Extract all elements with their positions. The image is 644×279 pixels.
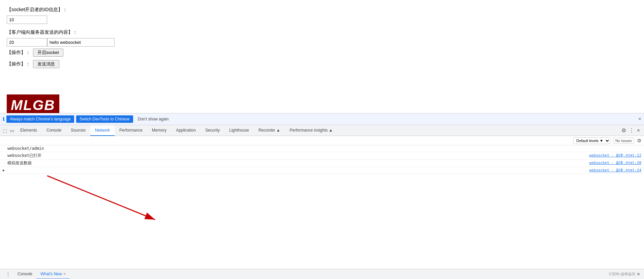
devtools-close-button[interactable]: × [637,128,640,134]
devtools-settings-button[interactable]: ⚙ [621,127,626,134]
tab-application[interactable]: Application [171,125,201,136]
tab-network[interactable]: Network [90,125,115,136]
tab-security[interactable]: Security [201,125,224,136]
device-toolbar-button[interactable]: ▭ [8,128,16,133]
tab-performance[interactable]: Performance [115,125,147,136]
open-socket-button[interactable]: 开启socket [33,49,63,57]
op1-label: 【操作】： [7,50,30,56]
tab-elements[interactable]: Elements [16,125,42,136]
match-language-button[interactable]: Always match Chrome's language [6,115,74,123]
language-info-bar: ℹ Always match Chrome's language Switch … [0,113,644,125]
client-server-label: 【客户端向服务器发送的内容】： [7,29,637,35]
console-content[interactable]: websocket/admin websocket已打开 websocket -… [0,145,644,269]
tab-recorder[interactable]: Recorder ▲ [254,125,285,136]
arrow-annotation [20,166,189,233]
console-row-4: ▶ websocket - 副本.html:24 [0,167,644,174]
console-row-3: 模拟发送数据 websocket - 副本.html:20 [0,160,644,167]
tab-performance-insights[interactable]: Performance insights ▲ [285,125,338,136]
devtools-tab-bar: ⬚ ▭ Elements Console Sources Network Per… [0,125,644,136]
switch-devtools-button[interactable]: Switch DevTools to Chinese [76,115,133,123]
source-link-4[interactable]: websocket - 副本.html:24 [589,168,641,173]
console-row-2: websocket已打开 websocket - 副本.html:12 [0,152,644,160]
client-msg-input[interactable] [47,38,115,47]
console-text-3: 模拟发送数据 [7,160,587,166]
console-settings-button[interactable]: ⚙ [637,138,641,144]
tab-memory[interactable]: Memory [147,125,171,136]
tab-sources[interactable]: Sources [66,125,90,136]
client-input-row [7,38,637,47]
client-num-input[interactable] [7,38,47,47]
dont-show-button[interactable]: Don't show again [135,115,172,123]
devtools-panel: ⬚ ▭ Elements Console Sources Network Per… [0,125,644,269]
svg-line-1 [47,176,155,220]
source-link-2[interactable]: websocket - 副本.html:12 [589,153,641,158]
devtools-icon-row: ⚙ ⋮ × [621,127,643,134]
info-icon: ℹ [3,116,4,122]
tab-console[interactable]: Console [42,125,66,136]
socket-id-label: 【socket开启者的ID信息】： [7,7,637,13]
op1-row: 【操作】： 开启socket [7,49,637,57]
bottom-close-button[interactable]: × [636,271,641,277]
bottom-menu-button[interactable]: ⋮ [3,271,13,277]
op2-label: 【操作】： [7,61,30,67]
default-levels-select[interactable]: Default levels ▼ [573,137,610,144]
socket-id-input[interactable] [7,16,47,24]
console-text-2: websocket已打开 [7,153,587,159]
whats-new-close-icon[interactable]: × [63,271,66,276]
console-tab-label: Console [18,272,32,276]
source-link-3[interactable]: websocket - 副本.html:20 [589,160,641,165]
devtools-more-button[interactable]: ⋮ [629,127,634,134]
tab-lighthouse[interactable]: Lighthouse [224,125,254,136]
bottom-tab-whats-new[interactable]: What's New × [36,269,70,279]
bottom-right-credit: CSDN @韩金珩 [609,272,635,277]
bottom-tab-console[interactable]: Console [13,269,36,279]
inspect-element-button[interactable]: ⬚ [1,128,8,133]
console-text-1: websocket/admin [7,146,639,151]
expand-icon-4[interactable]: ▶ [3,168,7,172]
no-issues-badge: No Issues [613,138,634,144]
op2-row: 【操作】： 发送消息 [7,60,637,68]
bottom-bar: ⋮ Console What's New × CSDN @韩金珩 × [0,269,644,279]
console-row-1: websocket/admin [0,145,644,152]
whats-new-label: What's New [40,272,62,276]
console-toolbar: Default levels ▼ No Issues ⚙ [0,136,644,145]
infobar-close-button[interactable]: × [638,116,641,122]
send-message-button[interactable]: 发送消息 [33,60,59,68]
